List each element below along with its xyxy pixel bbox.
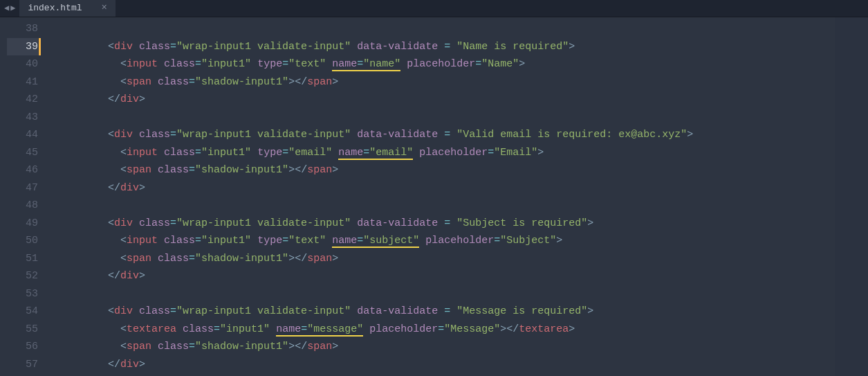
nav-back-icon[interactable]: ◀ (4, 1, 9, 15)
line-number: 40 (7, 55, 38, 73)
line-number: 55 (7, 321, 38, 339)
nav-forward-icon[interactable]: ▶ (10, 1, 15, 15)
editor-area: 3839404142434445464748495051525354555657… (0, 17, 868, 376)
editor-window: ◀ ▶ index.html × 38394041424344454647484… (0, 0, 868, 376)
line-number: 53 (7, 285, 38, 303)
line-number: 47 (7, 179, 38, 197)
line-number: 44 (7, 126, 38, 144)
tab-title: index.html (28, 1, 82, 16)
line-number: 45 (7, 144, 38, 162)
line-number: 41 (7, 73, 38, 91)
line-number: 57 (7, 356, 38, 374)
line-number: 51 (7, 250, 38, 268)
nav-arrows: ◀ ▶ (0, 0, 19, 17)
line-number: 39 (7, 38, 38, 56)
line-number: 50 (7, 232, 38, 250)
line-number-gutter: 3839404142434445464748495051525354555657 (0, 17, 51, 376)
minimap[interactable] (835, 17, 868, 376)
line-number: 38 (7, 20, 38, 38)
line-number: 42 (7, 91, 38, 109)
line-number: 52 (7, 267, 38, 285)
line-number: 48 (7, 197, 38, 215)
line-number: 49 (7, 215, 38, 233)
line-number: 54 (7, 303, 38, 321)
line-number: 56 (7, 338, 38, 356)
close-icon[interactable]: × (101, 0, 107, 17)
line-number: 46 (7, 161, 38, 179)
code-content[interactable]: <div class="wrap-input1 validate-input" … (51, 17, 835, 376)
tab-index-html[interactable]: index.html × (19, 0, 115, 17)
tab-bar: ◀ ▶ index.html × (0, 0, 868, 17)
line-number: 43 (7, 109, 38, 127)
